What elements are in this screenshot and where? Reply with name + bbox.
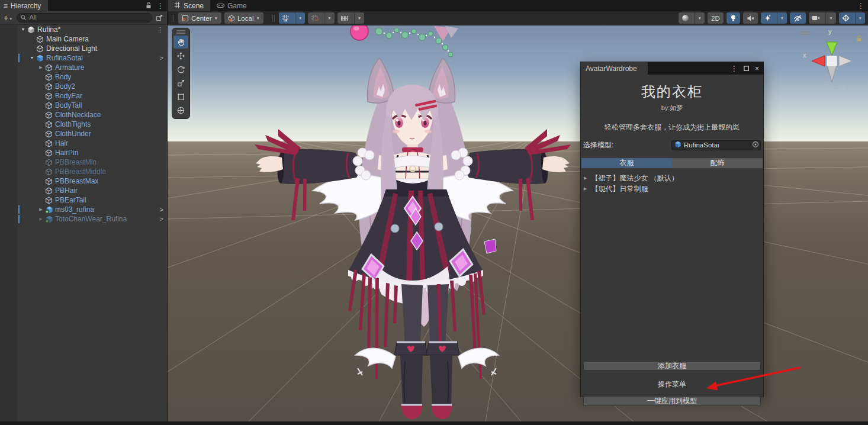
snap-increment-dropdown[interactable]: ▼ — [354, 12, 364, 24]
hierarchy-tree: ▼Rufina*⋮Main CameraDirectional Light▼Ru… — [0, 25, 167, 421]
hierarchy-row-main-camera[interactable]: Main Camera — [0, 34, 167, 44]
hierarchy-search-input[interactable]: All — [17, 13, 152, 22]
model-object-field[interactable]: RufinaSotai — [671, 140, 761, 150]
gameobject-cube-icon — [45, 111, 53, 119]
hierarchy-row-rufinasotai[interactable]: ▼RufinaSotai> — [0, 53, 167, 63]
scene-audio-button[interactable] — [743, 12, 758, 24]
foldout-right-icon[interactable]: ▶ — [37, 63, 44, 72]
hierarchy-row-armature[interactable]: ▶Armature — [0, 63, 167, 72]
maximize-icon[interactable] — [744, 65, 749, 73]
hand-tool-button[interactable] — [173, 36, 188, 49]
local-space-icon — [228, 15, 235, 22]
wardrobe-outfit-item[interactable]: ▶【裙子】魔法少女 （默认） — [581, 173, 763, 183]
chevron-right-icon[interactable]: > — [160, 214, 163, 224]
hierarchy-row-body2[interactable]: Body2 — [0, 82, 167, 91]
camera-settings-dropdown[interactable]: ▼ — [825, 12, 835, 24]
foldout-right-icon[interactable]: ▶ — [37, 214, 44, 224]
close-icon[interactable]: × — [755, 65, 759, 73]
shading-mode-button[interactable] — [679, 12, 692, 24]
hierarchy-row-pbbreastmax[interactable]: PBBreastMax — [0, 176, 167, 186]
handle-rotation-button[interactable]: Local ▼ — [224, 12, 263, 24]
rect-tool-button[interactable] — [173, 90, 188, 103]
scene-visibility-button[interactable] — [790, 12, 806, 24]
grid-snapping-button[interactable] — [308, 12, 322, 24]
chevron-right-icon[interactable]: > — [160, 53, 163, 63]
grid-visibility-button[interactable]: y — [279, 12, 292, 24]
toolbar-drag-handle[interactable] — [172, 15, 174, 22]
snap-increment-group: ▼ — [337, 12, 364, 24]
hierarchy-row-bodytail[interactable]: BodyTail — [0, 101, 167, 110]
wardrobe-body: 我的衣柜 by:如梦 轻松管理多套衣服，让你成为街上最靓的崽 选择模型: Ruf… — [581, 75, 763, 396]
toolbar-drag-handle[interactable] — [272, 15, 275, 22]
projection-label[interactable]: ‹ Persp — [797, 83, 867, 92]
2d-mode-button[interactable]: 2D — [708, 12, 724, 24]
gameobject-cube-icon — [45, 92, 53, 100]
hierarchy-row-ms03-rufina[interactable]: ▶ms03_rufina> — [0, 205, 167, 214]
kebab-menu-icon[interactable]: ⋮ — [857, 2, 864, 9]
add-clothes-button[interactable]: 添加衣服 — [583, 361, 761, 371]
foldout-down-icon[interactable]: ▼ — [28, 53, 36, 63]
kebab-menu-icon[interactable]: ⋮ — [157, 25, 163, 34]
hierarchy-item-label: Body — [55, 72, 71, 82]
hierarchy-row-directional-light[interactable]: Directional Light — [0, 44, 167, 53]
hierarchy-row-hairpin[interactable]: HairPin — [0, 148, 167, 157]
tab-game[interactable]: Game — [210, 0, 253, 11]
scene-picker-icon[interactable] — [156, 14, 163, 21]
hierarchy-row-pbbreastmiddle[interactable]: PBBreastMiddle — [0, 167, 167, 176]
outfit-item-label: 【裙子】魔法少女 （默认） — [591, 173, 678, 183]
camera-settings-group: ▼ — [809, 12, 835, 24]
hierarchy-row-totochanwear-rufina[interactable]: ▶TotoChanWear_Rufina> — [0, 214, 167, 224]
light-bulb-icon — [730, 14, 737, 22]
shading-mode-dropdown[interactable]: ▼ — [695, 12, 705, 24]
hierarchy-item-label: BodyEar — [55, 91, 82, 101]
scene-3d-viewport[interactable]: y x ‹ Persp AvatarWardrobe ⋮ × 我的衣柜 by:如… — [168, 25, 868, 421]
pivot-mode-button[interactable]: Center ▼ — [178, 12, 221, 24]
hierarchy-row-rufina-[interactable]: ▼Rufina*⋮ — [0, 25, 167, 34]
scene-effects-dropdown[interactable]: ▼ — [777, 12, 787, 24]
grid-snapping-dropdown[interactable]: ▼ — [324, 12, 334, 24]
transform-tool-button[interactable] — [173, 104, 188, 117]
kebab-menu-icon[interactable]: ⋮ — [157, 2, 164, 9]
scene-lighting-button[interactable] — [726, 12, 740, 24]
tab-scene[interactable]: Scene — [168, 0, 210, 11]
create-object-button[interactable]: +▼ — [4, 14, 12, 22]
hierarchy-row-body[interactable]: Body — [0, 72, 167, 82]
apply-to-model-button[interactable]: 一键应用到模型 — [583, 396, 761, 406]
scene-effects-button[interactable] — [761, 12, 774, 24]
wardrobe-tab-clothes[interactable]: 衣服 — [581, 158, 672, 168]
wardrobe-tab[interactable]: AvatarWardrobe — [581, 62, 648, 75]
hierarchy-row-clothtights[interactable]: ClothTights — [0, 120, 167, 129]
hierarchy-row-hair[interactable]: Hair — [0, 139, 167, 148]
kebab-menu-icon[interactable]: ⋮ — [731, 65, 738, 72]
foldout-down-icon[interactable]: ▼ — [20, 25, 27, 34]
wardrobe-title-bar[interactable]: AvatarWardrobe ⋮ × — [581, 62, 763, 75]
foldout-right-icon[interactable]: ▶ — [37, 205, 44, 214]
gizmos-button[interactable] — [839, 12, 853, 24]
window-bottom-edge — [0, 421, 868, 425]
grid-axis-dropdown[interactable]: ▼ — [295, 12, 305, 24]
palette-drag-handle[interactable] — [172, 30, 189, 34]
gameobject-cube-icon — [45, 196, 53, 204]
gizmos-dropdown[interactable]: ▼ — [855, 12, 865, 24]
object-picker-icon[interactable] — [752, 141, 759, 150]
rotate-tool-button[interactable] — [173, 63, 188, 76]
tab-hierarchy[interactable]: ≡ Hierarchy — [0, 0, 48, 11]
hierarchy-row-pbeartail[interactable]: PBEarTail — [0, 195, 167, 205]
foldout-right-icon[interactable]: ▶ — [584, 176, 587, 181]
hierarchy-row-clothunder[interactable]: ClothUnder — [0, 129, 167, 139]
camera-settings-button[interactable] — [809, 12, 823, 24]
scale-tool-button[interactable] — [173, 76, 188, 89]
chevron-right-icon[interactable]: > — [160, 205, 163, 214]
move-tool-button[interactable] — [173, 49, 188, 62]
hierarchy-row-pbbreastmin[interactable]: PBBreastMin — [0, 157, 167, 167]
hierarchy-row-bodyear[interactable]: BodyEar — [0, 91, 167, 101]
foldout-right-icon[interactable]: ▶ — [584, 186, 587, 191]
hierarchy-row-clothnecklace[interactable]: ClothNecklace — [0, 110, 167, 120]
wardrobe-outfit-item[interactable]: ▶【现代】日常制服 — [581, 183, 763, 194]
hierarchy-item-label: BodyTail — [55, 101, 82, 110]
snap-increment-button[interactable] — [337, 12, 352, 24]
hierarchy-menu-icon: ≡ — [4, 2, 8, 10]
hierarchy-row-pbhair[interactable]: PBHair — [0, 186, 167, 195]
lock-icon[interactable] — [146, 1, 152, 11]
wardrobe-tab-accessories[interactable]: 配饰 — [672, 158, 763, 168]
